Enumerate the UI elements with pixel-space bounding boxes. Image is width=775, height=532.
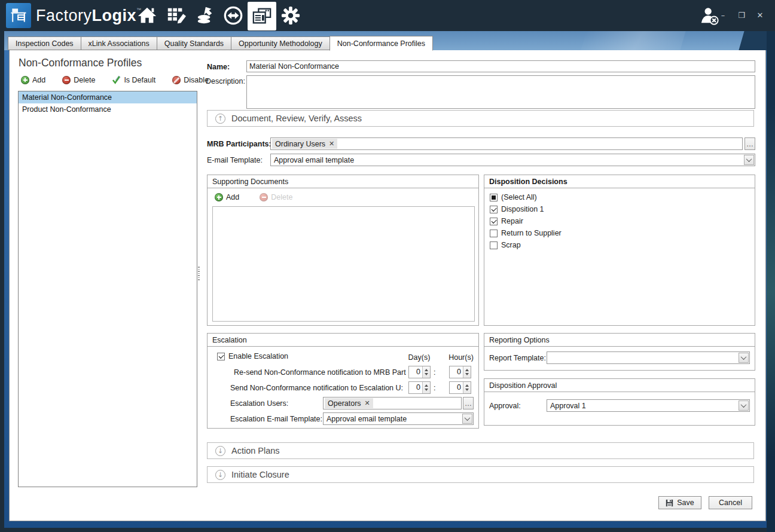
send-days-stepper[interactable]: 0 (408, 381, 431, 394)
supporting-documents-header: Supporting Documents (208, 175, 478, 188)
cancel-label: Cancel (719, 499, 742, 507)
tab-non-conformance-profiles[interactable]: Non-Conformance Profiles (329, 36, 433, 51)
stepper-value: 0 (450, 382, 463, 393)
tab-quality-standards[interactable]: Quality Standards (157, 36, 231, 50)
worksheet-edit-icon[interactable] (161, 0, 190, 31)
brand-factory: Factory (36, 7, 92, 25)
checkbox-box (490, 206, 498, 213)
chip-remove-icon[interactable]: ✕ (365, 399, 370, 407)
chevron-down-icon[interactable] (739, 400, 749, 411)
name-input[interactable] (246, 60, 755, 72)
approval-select[interactable]: Approval 1 (547, 399, 750, 412)
content-area: Non-Conformance Profiles Add Delete Is D… (9, 50, 766, 521)
expander-title: Document, Review, Verify, Assess (231, 114, 362, 123)
profiles-list: Material Non-Conformance Product Non-Con… (18, 91, 197, 487)
save-floppy-icon (666, 499, 673, 507)
brand-logix: Logix (92, 7, 137, 25)
escalation-users-browse-button[interactable]: … (463, 397, 474, 409)
spinner-down-icon (425, 373, 428, 375)
delete-profile-button[interactable]: Delete (62, 76, 95, 84)
save-label: Save (677, 499, 694, 507)
documents-icon[interactable] (248, 2, 276, 30)
checkbox-disposition-1[interactable]: Disposition 1 (490, 205, 544, 213)
checkbox-select-all[interactable]: (Select All) (490, 193, 537, 201)
close-button[interactable]: ✕ (756, 11, 764, 20)
time-colon: : (434, 384, 435, 392)
email-template-label: E-mail Template: (207, 156, 263, 164)
chip-remove-icon[interactable]: ✕ (329, 140, 334, 148)
escalation-group: Escalation Enable Escalation Day(s) Hour… (207, 333, 479, 429)
tab-inspection-codes[interactable]: Inspection Codes (8, 36, 81, 50)
delete-document-button[interactable]: Delete (260, 193, 292, 201)
stepper-arrows[interactable] (463, 382, 471, 393)
escalation-template-label: Escalation E-mail Template: (230, 415, 322, 423)
add-document-button[interactable]: Add (215, 193, 239, 201)
disable-profile-button[interactable]: Disable (172, 76, 209, 84)
tab-opportunity-methodology[interactable]: Opportunity Methodology (231, 36, 330, 50)
disable-label: Disable (184, 76, 209, 84)
checkbox-scrap[interactable]: Scrap (490, 241, 521, 249)
chevron-down-icon[interactable] (739, 353, 749, 363)
stepper-arrows[interactable] (463, 366, 471, 378)
resend-days-stepper[interactable]: 0 (408, 366, 431, 378)
documents-list[interactable] (212, 206, 475, 322)
disposition-decisions-group: Disposition Decisions (Select All) Dispo… (484, 175, 755, 326)
tab-xlink-associations[interactable]: xLink Associations (81, 36, 157, 50)
send-notification-label: Send Non-Conformance notification to Esc… (230, 384, 406, 392)
checkbox-label: Scrap (501, 241, 521, 249)
checkbox-enable-escalation[interactable]: Enable Escalation (217, 352, 288, 360)
list-item[interactable]: Product Non-Conformance (19, 103, 197, 115)
band-dark-corner (738, 31, 767, 50)
resend-hours-stepper[interactable]: 0 (449, 366, 471, 378)
disposition-approval-header: Disposition Approval (484, 379, 755, 392)
sync-icon[interactable] (219, 0, 248, 31)
escalation-template-value: Approval email template (324, 415, 462, 423)
window-controls: – ❒ ✕ (719, 11, 764, 20)
workbench-icon (9, 6, 28, 25)
page-title: Non-Conformance Profiles (19, 57, 142, 69)
gear-icon[interactable] (276, 0, 305, 31)
send-hours-stepper[interactable]: 0 (449, 381, 471, 394)
checkbox-repair[interactable]: Repair (490, 217, 523, 225)
is-default-button[interactable]: Is Default (112, 75, 155, 84)
user-logout-icon[interactable] (700, 6, 720, 27)
list-item[interactable]: Material Non-Conformance (19, 91, 197, 103)
supporting-documents-group: Supporting Documents Add Delete (207, 175, 479, 326)
panel-splitter[interactable] (197, 267, 200, 282)
expander-initiate-closure[interactable]: ↓ Initiate Closure (207, 466, 754, 483)
expand-down-icon: ↓ (215, 446, 225, 456)
add-document-label: Add (226, 193, 239, 201)
disable-icon (172, 76, 181, 84)
mrb-participants-field[interactable]: Ordinary Users ✕ (270, 137, 743, 150)
stepper-arrows[interactable] (422, 382, 430, 393)
checkbox-box (490, 241, 498, 249)
escalation-users-field[interactable]: Operators ✕ (323, 397, 462, 409)
expander-action-plans[interactable]: ↓ Action Plans (207, 442, 754, 459)
days-header: Day(s) (404, 353, 435, 362)
materials-stack-icon[interactable] (190, 0, 219, 31)
stepper-arrows[interactable] (422, 366, 430, 378)
escalation-template-select[interactable]: Approval email template (323, 412, 474, 425)
checkbox-return-to-supplier[interactable]: Return to Supplier (490, 229, 562, 237)
window-right-band (767, 31, 775, 532)
description-textarea[interactable] (246, 75, 755, 109)
spinner-down-icon (425, 389, 428, 391)
delete-icon (62, 76, 71, 84)
report-template-label: Report Template: (489, 354, 546, 362)
home-icon[interactable] (133, 0, 161, 31)
maximize-button[interactable]: ❒ (737, 11, 746, 20)
band-sheen (580, 31, 686, 50)
report-template-select[interactable] (547, 351, 750, 364)
mrb-browse-button[interactable]: … (745, 137, 755, 150)
add-label: Add (32, 76, 45, 84)
cancel-button[interactable]: Cancel (709, 496, 752, 509)
chevron-down-icon[interactable] (462, 414, 472, 424)
stepper-value: 0 (409, 382, 422, 393)
save-button[interactable]: Save (658, 496, 701, 509)
email-template-select[interactable]: Approval email template (270, 154, 755, 166)
expander-document-review[interactable]: ↑ Document, Review, Verify, Assess (207, 110, 754, 127)
minimize-button[interactable]: – (719, 11, 727, 20)
chevron-down-icon[interactable] (744, 155, 754, 165)
email-template-value: Approval email template (271, 156, 743, 164)
add-profile-button[interactable]: Add (21, 76, 45, 84)
